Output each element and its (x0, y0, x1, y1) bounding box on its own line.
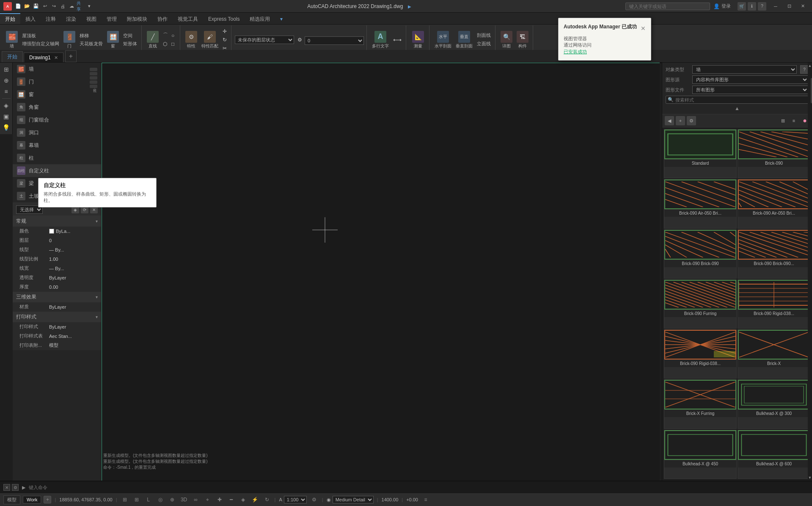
drawing1-tab[interactable]: Drawing1 ✕ (24, 53, 63, 62)
undo-btn[interactable]: ↩ (41, 3, 49, 10)
tab-featured[interactable]: 精选应用 (245, 13, 275, 24)
close-btn[interactable]: ✕ (797, 2, 809, 11)
tp-toggle-btn[interactable]: ◈ (239, 495, 248, 504)
new-btn[interactable]: 📄 (14, 3, 22, 10)
restore-btn[interactable]: ⊡ (783, 2, 795, 11)
tab-render[interactable]: 渲染 (61, 13, 81, 24)
snap-toggle-btn[interactable]: ⊞ (121, 495, 129, 504)
tile-bulkhead-450[interactable]: Bulkhead-X @ 450 (664, 430, 737, 479)
props-section-print-header[interactable]: 打印样式 ▾ (13, 312, 101, 322)
shape-source-select[interactable]: 内容构件库图形 (692, 75, 809, 84)
tab-addins[interactable]: 附加模块 (122, 13, 152, 24)
horiz-section-btn[interactable]: 水平 水平剖面 (433, 28, 453, 52)
tile-bulkhead-300[interactable]: Bulkhead-X @ 300 (738, 379, 810, 429)
tile-brick-x[interactable]: Brick-X (738, 329, 810, 379)
tab-expresstools[interactable]: Express Tools (203, 13, 245, 24)
tool-wall[interactable]: 🧱 墙 (13, 63, 101, 75)
notif-close-btn[interactable]: ✕ (641, 25, 646, 32)
tool-door[interactable]: 🚪 门 (13, 75, 101, 88)
polyline-btn[interactable]: ⬡ (161, 40, 169, 48)
tile-bulkhead-600[interactable]: Bulkhead-X @ 600 (738, 430, 810, 479)
info-icon[interactable]: ℹ (748, 2, 756, 11)
shape-file-select[interactable]: 所有图形 (692, 86, 809, 94)
vert-label-3[interactable]: 图 (90, 76, 97, 80)
dyn-toggle-btn[interactable]: ✚ (215, 495, 224, 504)
display-icon[interactable]: ▣ (1, 111, 11, 122)
object-type-select[interactable]: 墙 (692, 65, 797, 74)
layer-manager-btn[interactable]: ⚙ (296, 36, 304, 44)
grid-view-btn[interactable]: ⊞ (778, 116, 787, 125)
line-btn[interactable]: ╱ 直线 (145, 28, 160, 52)
layer-icon2[interactable]: ≡ (1, 86, 11, 97)
start-tab[interactable]: 开始 (2, 51, 23, 62)
redo-btn[interactable]: ↪ (50, 3, 58, 10)
tile-brick090-furring[interactable]: Brick-090 Furring (664, 279, 737, 329)
open-btn[interactable]: 📂 (23, 3, 31, 10)
tile-brick090[interactable]: Brick-090 (738, 129, 810, 178)
dropdown-arrow[interactable]: ▾ (85, 3, 93, 10)
roof-btn[interactable]: 屋顶板 (20, 32, 61, 39)
circle-btn[interactable]: ○ (170, 32, 177, 39)
elev-btn[interactable]: 立面线 (475, 40, 493, 48)
cmd-close-btn[interactable]: ✕ (3, 484, 10, 491)
ceiling-btn[interactable]: 天花板龙骨 (78, 40, 105, 47)
stairs-btn[interactable]: 梯梯 (78, 32, 105, 39)
tool-column[interactable]: 柱 柱 (13, 152, 101, 164)
props-section-general-header[interactable]: 常规 ▾ (13, 216, 101, 227)
share-btn[interactable]: 共享 (77, 3, 84, 10)
tool-custom-column[interactable]: 自柱 自定义柱 (13, 164, 101, 177)
command-input[interactable] (29, 485, 809, 490)
snap-icon[interactable]: ⊕ (1, 75, 11, 86)
sm-toggle-btn[interactable]: ↻ (263, 495, 271, 504)
3dosnap-toggle-btn[interactable]: 3D (180, 495, 188, 504)
layer-select[interactable]: 0 (305, 36, 364, 45)
axisnet-btn[interactable]: 增强型自定义轴网 (20, 40, 61, 47)
tab-insert[interactable]: 插入 (20, 13, 41, 24)
props-section-3d-header[interactable]: 三维效果 ▾ (13, 292, 101, 302)
tab-visualtools[interactable]: 视觉工具 (173, 13, 203, 24)
add-btn[interactable]: + (676, 116, 685, 125)
osnap-toggle-btn[interactable]: ⊕ (168, 495, 176, 504)
grid-toggle-btn[interactable]: ⊞ (132, 495, 141, 504)
tile-brick090-air050-1[interactable]: Brick-090 Air-050 Bri... (664, 179, 737, 228)
drawing1-close[interactable]: ✕ (54, 55, 58, 61)
qp-toggle-btn[interactable]: ⚡ (251, 495, 259, 504)
tool-window[interactable]: 🪟 窗 (13, 88, 101, 101)
tab-annotate[interactable]: 注释 (41, 13, 61, 24)
style-icon[interactable]: ◈ (1, 100, 11, 111)
vert-label-4[interactable]: 个 (90, 80, 97, 84)
settings-toggle-btn[interactable]: ⚙ (310, 495, 319, 504)
print-btn[interactable]: 🖨 (59, 3, 66, 10)
rotate-btn[interactable]: ↻ (221, 36, 228, 44)
scale-select[interactable]: 1:100 1:50 1:200 (284, 496, 307, 503)
tile-brick-x-furring[interactable]: Brick-X Furring (664, 379, 737, 429)
measure-btn[interactable]: 📐 测量 (410, 28, 426, 52)
properties-btn[interactable]: ⚙ 特性 (184, 28, 199, 52)
scroll-down-arrow[interactable]: ▼ (807, 475, 812, 481)
dim-btn[interactable]: ⟷ (391, 36, 403, 44)
right-panel-scrollbar[interactable]: ▲ ▼ (808, 63, 812, 481)
tile-brick090-rigid-1[interactable]: Brick-090 Rigid-038... (738, 279, 810, 329)
otrack-toggle-btn[interactable]: ∞ (192, 495, 200, 504)
minimize-btn[interactable]: ─ (770, 2, 782, 11)
wall-tool-btn[interactable]: 🧱 墙 (4, 28, 19, 52)
more-status-btn[interactable]: ≡ (421, 495, 430, 504)
polar-toggle-btn[interactable]: ◎ (156, 495, 165, 504)
notif-link[interactable]: 已安装成功 (564, 49, 587, 54)
save-btn[interactable]: 💾 (32, 3, 40, 10)
detail-btn[interactable]: 🔍 详图 (499, 28, 514, 52)
vert-label-2[interactable]: 景 (90, 72, 97, 75)
search-input[interactable] (625, 3, 710, 10)
tile-brick090-air050-2[interactable]: Brick-090 Air-050 Bri... (738, 179, 810, 228)
add-layout-btn[interactable]: + (44, 496, 51, 503)
vert-label-1[interactable]: 折 (90, 68, 97, 71)
style-search-input[interactable] (675, 97, 806, 102)
component-btn[interactable]: 🏗 构件 (515, 28, 530, 52)
tool-door-window[interactable]: 组 门窗组合 (13, 113, 101, 126)
header-expand-btn[interactable]: ▲ (666, 105, 809, 111)
door-tool-btn[interactable]: 🚪 门 (62, 28, 77, 52)
settings-btn[interactable]: ⚙ (687, 116, 696, 125)
vert-label-5[interactable]: 照 (90, 85, 97, 88)
tab-manage[interactable]: 管理 (102, 13, 122, 24)
layer-state-select[interactable]: 未保存的图层状态 (235, 36, 294, 44)
